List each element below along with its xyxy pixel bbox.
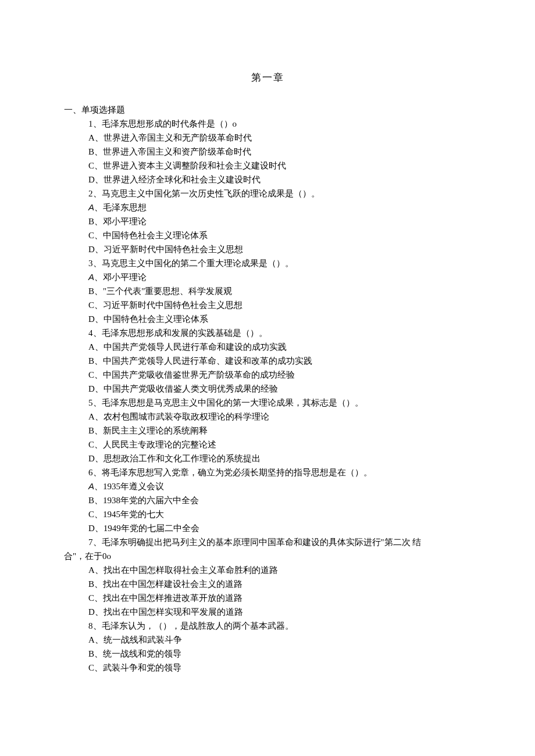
- text-line: C、中国共产党吸收借鉴世界无产阶级革命的成功经验: [64, 368, 471, 382]
- text-line: A、找出在中国怎样取得社会主义革命胜利的道路: [64, 563, 471, 577]
- text-line: B、1938年党的六届六中全会: [64, 493, 471, 507]
- option-letter: A: [88, 202, 94, 212]
- text-line: 5、毛泽东思想是马克思主义中国化的第一大理论成果，其标志是（）。: [64, 396, 471, 410]
- text-line: C、人民民主专政理论的完整论述: [64, 438, 471, 452]
- section-heading: 一、单项选择题: [64, 103, 471, 117]
- text-line: B、世界进入帝国主义和资产阶级革命时代: [64, 145, 471, 159]
- text-line: C、找出在中国怎样推进改革开放的道路: [64, 591, 471, 605]
- option-text: 、毛泽东思想: [94, 203, 147, 212]
- text-line: 4、毛泽东思想形成和发展的实践基础是（）。: [64, 326, 471, 340]
- text-line: C、武装斗争和党的领导: [64, 661, 471, 675]
- text-line: A、1935年遵义会议: [64, 479, 471, 493]
- text-line: B、新民主主义理论的系统阐释: [64, 424, 471, 438]
- text-line: C、世界进入资本主义调整阶段和社会主义建设时代: [64, 159, 471, 173]
- text-line: D、找出在中国怎样实现和平发展的道路: [64, 605, 471, 619]
- text-line: 1、毛泽东思想形成的时代条件是（）o: [64, 117, 471, 131]
- document-page: 第一章 一、单项选择题 1、毛泽东思想形成的时代条件是（）o A、世界进入帝国主…: [0, 0, 535, 756]
- text-line: A、世界进入帝国主义和无产阶级革命时代: [64, 131, 471, 145]
- text-line: A、农村包围城市武装夺取政权理论的科学理论: [64, 410, 471, 424]
- text-line: A、毛泽东思想: [64, 200, 471, 214]
- option-letter: A: [88, 481, 94, 491]
- text-line: B、"三个代表"重要思想、科学发展观: [64, 284, 471, 298]
- text-line: D、1949年党的七届二中全会: [64, 521, 471, 535]
- option-letter: A: [88, 272, 94, 282]
- text-line: D、世界进入经济全球化和社会主义建设时代: [64, 173, 471, 187]
- text-line: B、找出在中国怎样建设社会主义的道路: [64, 577, 471, 591]
- text-line: B、中国共产党领导人民进行革命、建设和改革的成功实践: [64, 354, 471, 368]
- text-line: 6、将毛泽东思想写入党章，确立为党必须长期坚持的指导思想是在（）。: [64, 465, 471, 479]
- text-line: C、习近平新时代中国特色社会主义思想: [64, 298, 471, 312]
- text-line: C、1945年党的七大: [64, 507, 471, 521]
- text-line-continuation: 合"，在于0o: [64, 549, 471, 563]
- text-line: 3、马克思主义中国化的第二个重大理论成果是（）。: [64, 256, 471, 270]
- option-text: 、1935年遵义会议: [94, 482, 164, 491]
- text-line: D、思想政治工作和文化工作理论的系统提出: [64, 452, 471, 465]
- option-text: 、邓小平理论: [94, 273, 147, 282]
- text-line: A、中国共产党领导人民进行革命和建设的成功实践: [64, 340, 471, 354]
- text-line: A、统一战线和武装斗争: [64, 633, 471, 647]
- text-line: 2、马克思主义中国化第一次历史性飞跃的理论成果是（）。: [64, 187, 471, 200]
- text-line: B、统一战线和党的领导: [64, 647, 471, 661]
- text-line: C、中国特色社会主义理论体系: [64, 228, 471, 242]
- text-line: B、邓小平理论: [64, 214, 471, 228]
- text-line: D、习近平新时代中国特色社会主义思想: [64, 242, 471, 256]
- text-line: 8、毛泽东认为，（），是战胜敌人的两个基本武器。: [64, 619, 471, 633]
- text-line: 7、毛泽东明确提出把马列主义的基本原理同中国革命和建设的具体实际进行"第二次 结: [64, 535, 471, 549]
- text-line: A、邓小平理论: [64, 270, 471, 284]
- text-line: D、中国特色社会主义理论体系: [64, 312, 471, 326]
- text-line: D、中国共产党吸收借鉴人类文明优秀成果的经验: [64, 382, 471, 396]
- chapter-title: 第一章: [64, 70, 471, 85]
